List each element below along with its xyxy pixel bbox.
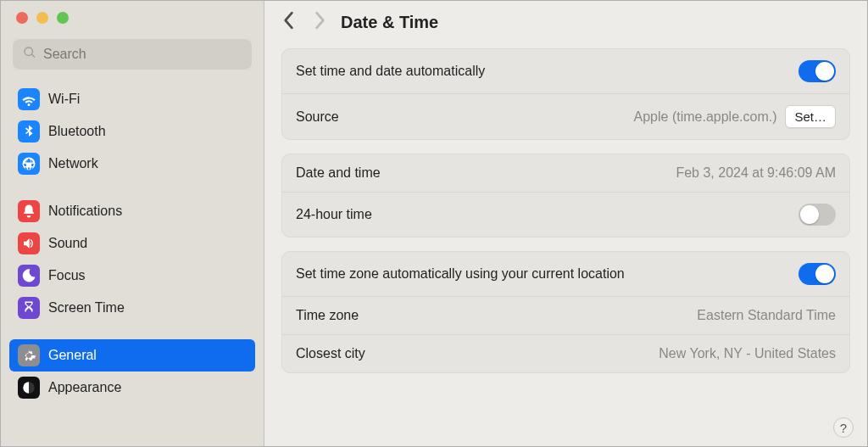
sidebar-item-appearance[interactable]: Appearance	[9, 372, 255, 404]
bluetooth-icon	[18, 120, 40, 142]
sidebar-item-sound[interactable]: Sound	[9, 227, 255, 260]
auto-tz-label: Set time zone automatically using your c…	[296, 266, 625, 282]
sidebar-item-screentime[interactable]: Screen Time	[9, 292, 255, 324]
h24-toggle[interactable]	[798, 204, 836, 226]
back-button[interactable]	[281, 11, 295, 33]
wifi-icon	[18, 88, 40, 110]
appearance-icon	[18, 377, 40, 399]
sidebar-item-bluetooth[interactable]: Bluetooth	[9, 115, 255, 148]
auto-tz-toggle[interactable]	[798, 263, 836, 285]
speaker-icon	[18, 232, 40, 254]
sidebar-item-network[interactable]: Network	[9, 148, 255, 180]
sidebar-item-label: Notifications	[48, 204, 122, 219]
date-time-panel: Date and time Feb 3, 2024 at 9:46:09 AM …	[281, 154, 850, 237]
maximize-window-button[interactable]	[57, 12, 69, 24]
help-button[interactable]: ?	[833, 417, 854, 438]
sidebar-item-wifi[interactable]: Wi-Fi	[9, 83, 255, 115]
moon-icon	[18, 265, 40, 287]
timezone-panel: Set time zone automatically using your c…	[281, 251, 850, 373]
date-time-label: Date and time	[296, 165, 381, 181]
sidebar-nav: Wi-Fi Bluetooth Network Notifications	[1, 83, 264, 404]
forward-button[interactable]	[314, 11, 327, 33]
sidebar-item-label: Focus	[48, 268, 86, 283]
auto-time-panel: Set time and date automatically Source A…	[281, 48, 850, 140]
sidebar-item-label: Sound	[48, 236, 87, 251]
content-header: Date & Time	[264, 1, 867, 43]
sidebar-item-label: General	[48, 348, 97, 363]
date-time-value: Feb 3, 2024 at 9:46:09 AM	[676, 165, 836, 181]
sidebar: Wi-Fi Bluetooth Network Notifications	[1, 1, 264, 446]
sidebar-item-label: Wi-Fi	[48, 92, 80, 107]
main-content: Date & Time Set time and date automatica…	[264, 1, 867, 446]
source-label: Source	[296, 109, 339, 125]
sidebar-item-focus[interactable]: Focus	[9, 260, 255, 292]
tz-value: Eastern Standard Time	[697, 308, 836, 323]
city-label: Closest city	[296, 346, 365, 361]
h24-label: 24-hour time	[296, 207, 372, 222]
source-value: Apple (time.apple.com.)	[634, 109, 777, 125]
page-title: Date & Time	[341, 13, 438, 32]
sidebar-item-general[interactable]: General	[9, 339, 255, 372]
sidebar-item-label: Screen Time	[48, 300, 125, 316]
auto-time-toggle[interactable]	[798, 60, 836, 82]
settings-window: Wi-Fi Bluetooth Network Notifications	[1, 1, 867, 446]
search-input[interactable]	[43, 47, 242, 62]
gear-icon	[18, 344, 40, 366]
search-icon	[23, 46, 36, 63]
tz-label: Time zone	[296, 308, 359, 323]
search-field[interactable]	[13, 39, 252, 70]
sidebar-item-label: Bluetooth	[48, 124, 106, 139]
globe-icon	[18, 153, 40, 175]
set-source-button[interactable]: Set…	[785, 105, 836, 128]
sidebar-item-label: Network	[48, 156, 98, 171]
auto-time-label: Set time and date automatically	[296, 64, 485, 79]
sidebar-item-label: Appearance	[48, 380, 121, 395]
bell-icon	[18, 200, 40, 222]
sidebar-item-notifications[interactable]: Notifications	[9, 195, 255, 227]
close-window-button[interactable]	[16, 12, 28, 24]
city-value: New York, NY - United States	[659, 346, 836, 361]
window-controls	[1, 1, 264, 32]
hourglass-icon	[18, 297, 40, 319]
minimize-window-button[interactable]	[36, 12, 48, 24]
